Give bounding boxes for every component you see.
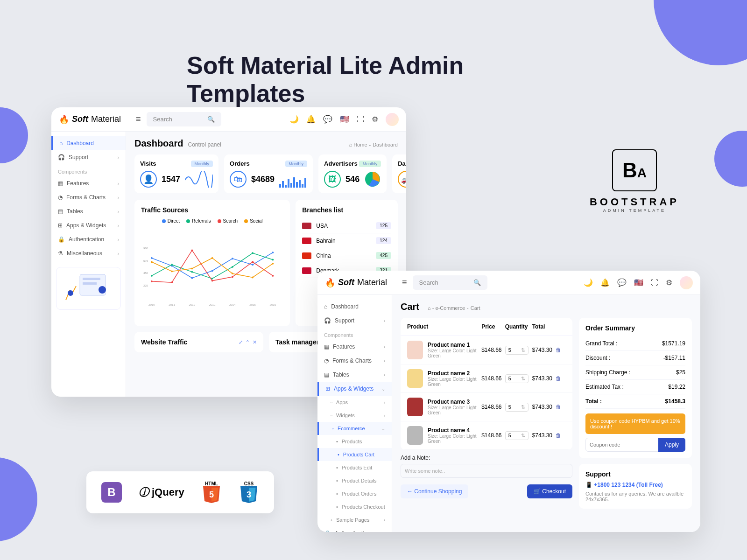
quantity-stepper[interactable]: 5⇅	[505, 374, 529, 383]
checkout-button[interactable]: 🛒 Checkout	[527, 484, 572, 498]
branch-row[interactable]: China425	[302, 248, 391, 263]
svg-text:2016: 2016	[270, 303, 276, 306]
svg-rect-5	[279, 184, 281, 188]
svg-rect-9	[290, 183, 292, 188]
sidebar-item-misc[interactable]: ⚗ Miscellaneous›	[51, 246, 126, 260]
coupon-input[interactable]	[585, 438, 658, 452]
flag-icon[interactable]: 🇺🇸	[340, 115, 349, 124]
sidebar-sub-apps[interactable]: ◦ Apps›	[317, 396, 392, 409]
branch-row[interactable]: USA125	[302, 218, 391, 233]
html5-icon: HTML5	[201, 481, 222, 504]
moon-icon[interactable]: 🌙	[289, 115, 299, 124]
breadcrumb: ⌂ - e-Commerce-Cart	[428, 305, 480, 311]
sidebar-sub-cart[interactable]: • Products Cart	[317, 448, 392, 461]
svg-point-47	[211, 278, 213, 280]
apply-button[interactable]: Apply	[658, 438, 685, 452]
fullscreen-icon[interactable]: ⛶	[651, 279, 658, 287]
quantity-stepper[interactable]: 5⇅	[505, 431, 529, 440]
website-traffic-panel: Website Traffic⤢^✕	[134, 332, 263, 352]
sidebar: ⌂ Dashboard 🎧 Support› Components ▦ Feat…	[51, 132, 126, 397]
cart-row: Product name 1Size: Large Color: Light G…	[401, 336, 572, 364]
svg-text:CSS: CSS	[244, 481, 254, 486]
search-icon: 🔍	[473, 279, 481, 286]
sidebar-item-features[interactable]: ▦ Features›	[51, 176, 126, 190]
cart-row: Product name 3Size: Large Color: Light G…	[401, 393, 572, 421]
svg-point-64	[272, 263, 274, 265]
settings-icon[interactable]: ⚙	[372, 115, 378, 124]
continue-shopping-button[interactable]: ← Continue Shopping	[401, 484, 468, 498]
svg-point-43	[272, 252, 274, 253]
svg-point-39	[191, 277, 193, 279]
svg-point-61	[211, 257, 213, 259]
sidebar-sub-details[interactable]: • Product Details	[317, 474, 392, 487]
sidebar-item-forms[interactable]: ◔ Forms & Charts›	[51, 190, 126, 204]
sidebar-item-apps[interactable]: ⊞ Apps & Widgets›	[51, 218, 126, 232]
sidebar-item-apps[interactable]: ⊞ Apps & Widgets⌄	[317, 382, 392, 396]
note-input[interactable]: Write some note..	[401, 464, 572, 478]
sidebar-item-auth[interactable]: 🔒 Authentication›	[51, 232, 126, 246]
flag-icon[interactable]: 🇺🇸	[634, 278, 643, 287]
svg-rect-14	[304, 178, 306, 188]
delete-icon[interactable]: 🗑	[556, 432, 566, 439]
svg-point-57	[272, 275, 274, 277]
quantity-stepper[interactable]: 5⇅	[505, 346, 529, 355]
bootstrap-icon: B	[101, 482, 122, 503]
bell-icon[interactable]: 🔔	[600, 278, 610, 287]
chat-icon[interactable]: 💬	[617, 278, 627, 287]
sidebar-item-auth[interactable]: 🔒 Authentication›	[317, 526, 392, 532]
menu-icon[interactable]: ≡	[136, 114, 141, 124]
delete-icon[interactable]: 🗑	[556, 404, 566, 410]
tech-badges: B ⓙjQuery HTML5 CSS3	[86, 471, 274, 513]
sidebar-illustration	[56, 267, 121, 310]
delete-icon[interactable]: 🗑	[556, 375, 566, 382]
svg-text:2010: 2010	[148, 303, 155, 306]
note-label: Add a Note:	[401, 455, 572, 461]
sidebar-sub-products[interactable]: • Products	[317, 435, 392, 448]
sidebar-sub-edit[interactable]: • Products Edit	[317, 461, 392, 474]
hero-title: Soft Material Lite Admin Templates	[187, 51, 560, 107]
sidebar-sub-widgets[interactable]: ◦ Widgets›	[317, 409, 392, 422]
sidebar-item-features[interactable]: ▦ Features›	[317, 340, 392, 354]
moon-icon[interactable]: 🌙	[584, 278, 593, 287]
sidebar-sub-orders[interactable]: • Product Orders	[317, 487, 392, 500]
delete-icon[interactable]: 🗑	[556, 347, 566, 353]
svg-text:2012: 2012	[189, 303, 196, 306]
svg-point-51	[151, 280, 153, 282]
search-input[interactable]: Search🔍	[413, 275, 487, 290]
jquery-label: ⓙjQuery	[139, 485, 184, 499]
sidebar-sub-checkout[interactable]: • Products Checkout	[317, 500, 392, 513]
avatar[interactable]	[680, 276, 693, 289]
fullscreen-icon[interactable]: ⛶	[357, 115, 364, 124]
close-icon[interactable]: ✕	[253, 339, 257, 345]
search-icon: 🔍	[207, 116, 215, 123]
sidebar-item-support[interactable]: 🎧 Support›	[317, 314, 392, 328]
cart-window: 🔥SoftMaterial ≡ Search🔍 🌙 🔔 💬 🇺🇸 ⛶ ⚙ ⌂ D…	[317, 271, 700, 532]
settings-icon[interactable]: ⚙	[666, 278, 672, 287]
coupon-banner: Use coupon code HYPBM and get 10% discou…	[585, 413, 685, 434]
quantity-stepper[interactable]: 5⇅	[505, 403, 529, 412]
sidebar-sub-ecommerce[interactable]: ◦ Ecommerce⌄	[317, 422, 392, 435]
bell-icon[interactable]: 🔔	[306, 115, 316, 124]
search-input[interactable]: Search🔍	[147, 112, 221, 126]
sidebar-item-dashboard[interactable]: ⌂ Dashboard	[317, 300, 392, 314]
branch-row[interactable]: Bahrain124	[302, 233, 391, 248]
svg-point-60	[191, 268, 193, 270]
sidebar-sub-sample[interactable]: ◦ Sample Pages›	[317, 513, 392, 526]
sidebar-item-forms[interactable]: ◔ Forms & Charts›	[317, 354, 392, 368]
svg-point-41	[232, 258, 233, 259]
order-summary: Order Summary Grand Total :$1571.19 Disc…	[579, 318, 692, 458]
sidebar-item-tables[interactable]: ▤ Tables›	[51, 204, 126, 218]
expand-icon[interactable]: ⤢	[239, 339, 243, 345]
sidebar-item-support[interactable]: 🎧 Support›	[51, 150, 126, 164]
sidebar-item-tables[interactable]: ▤ Tables›	[317, 368, 392, 382]
svg-point-44	[151, 275, 153, 277]
menu-icon[interactable]: ≡	[402, 278, 407, 287]
svg-point-45	[171, 264, 173, 266]
stat-card: AdvertisersMonthly🖼546	[318, 154, 387, 193]
svg-point-46	[191, 271, 193, 273]
stat-card: Daily SaleMonthly🚚800	[392, 154, 406, 193]
sidebar-item-dashboard[interactable]: ⌂ Dashboard	[51, 136, 126, 150]
avatar[interactable]	[386, 113, 399, 126]
chat-icon[interactable]: 💬	[323, 115, 332, 124]
collapse-icon[interactable]: ^	[247, 339, 249, 345]
